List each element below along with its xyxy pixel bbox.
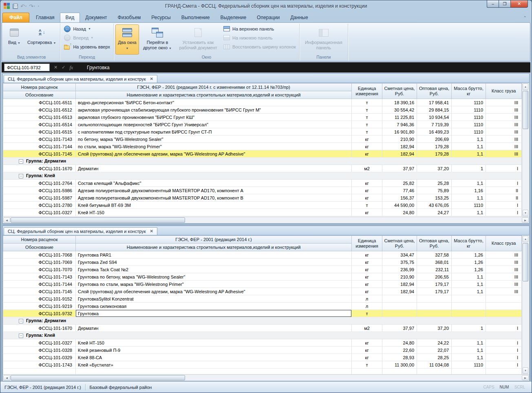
cell-estimate-price[interactable]: 210,90 bbox=[382, 273, 417, 281]
cell-unit[interactable]: т bbox=[352, 121, 382, 128]
cell-mass[interactable] bbox=[452, 310, 486, 317]
col-header-estimate-price[interactable]: Сметная цена, Руб. bbox=[382, 236, 417, 251]
cell-code[interactable]: ФССЦ-101-0329 bbox=[3, 354, 76, 361]
cell-unit[interactable]: т bbox=[352, 361, 382, 369]
cell-code[interactable]: ФССЦ-101-7143 bbox=[3, 136, 76, 143]
col-header-name[interactable]: Наименование и характеристика строительн… bbox=[76, 91, 352, 99]
table-row[interactable]: ФССЦ-101-6513акриловая глубокого проникн… bbox=[3, 114, 522, 121]
cell-wholesale-price[interactable]: 206,55 bbox=[417, 273, 452, 281]
col-header-cargo-class[interactable]: Класс груза bbox=[486, 83, 522, 99]
cell-code[interactable]: ФССЦ-101-7069 bbox=[3, 259, 76, 266]
cell-code[interactable]: ФССЦ-101-7144 bbox=[3, 143, 76, 150]
cell-cargo-class[interactable] bbox=[486, 295, 522, 303]
cell-unit[interactable]: кг bbox=[352, 150, 382, 158]
cell-wholesale-price[interactable]: 206,69 bbox=[417, 136, 452, 143]
cell-wholesale-price[interactable]: 43 676,05 bbox=[417, 202, 452, 209]
two-windows-button[interactable]: Два окна ▼ bbox=[115, 24, 139, 55]
cell-cargo-class[interactable]: III bbox=[486, 251, 522, 259]
cell-name[interactable]: с наполнителями под структурные покрытия… bbox=[76, 128, 352, 136]
redo-icon[interactable]: ↷▾ bbox=[29, 4, 35, 9]
table-row[interactable]: ФССЦ-101-7068Грунтовка PAR1кг334,47327,5… bbox=[3, 251, 522, 259]
col-header-wholesale-price[interactable]: Оптовая цена, Руб. bbox=[417, 236, 452, 251]
cell-estimate-price[interactable] bbox=[382, 369, 417, 375]
table-row[interactable]: ФССЦ-101-0327Клей НТ-150кг24,8024,221,1I bbox=[3, 339, 522, 347]
scroll-thumb[interactable] bbox=[11, 375, 185, 380]
cell-mass[interactable]: 1,1 bbox=[452, 180, 486, 187]
cell-wholesale-price[interactable] bbox=[417, 303, 452, 310]
ribbon-tab-Операции[interactable]: Операции bbox=[252, 13, 285, 22]
cell-estimate-price[interactable]: 11 225,81 bbox=[382, 114, 417, 121]
table-row[interactable]: ФССЦ-101-0327Клей НТ-150кг24,8024,271,1I bbox=[3, 209, 522, 216]
cell-cargo-class[interactable]: I bbox=[486, 165, 522, 172]
cell-code[interactable]: ФССЦ-101-6515 bbox=[3, 128, 76, 136]
document-tab[interactable]: СЦ. Федеральный сборник цен на материалы… bbox=[4, 227, 157, 235]
cell-code[interactable]: ФССЦ-101-6512 bbox=[3, 106, 76, 114]
table-row[interactable] bbox=[3, 369, 522, 375]
col-header-estimate-price[interactable]: Сметная цена, Руб. bbox=[382, 83, 417, 99]
cell-name[interactable]: Клей битумный ВТ-69 ЗМ bbox=[76, 202, 352, 209]
cell-code[interactable] bbox=[3, 369, 76, 375]
table-row[interactable]: ФССЦ-101-1670Дерматинм237,9737,201I bbox=[3, 325, 522, 332]
cell-unit[interactable]: кг bbox=[352, 354, 382, 361]
collapse-icon[interactable]: − bbox=[19, 319, 23, 323]
cell-wholesale-price[interactable]: 75,89 bbox=[417, 187, 452, 194]
cell-estimate-price[interactable]: 334,47 bbox=[382, 251, 417, 259]
cell-code[interactable]: ФССЦ-101-2764 bbox=[3, 180, 76, 187]
cell-name[interactable]: Слой (грунтовка) для обеспечения адгезии… bbox=[76, 288, 352, 295]
cell-wholesale-price[interactable]: 7 719,39 bbox=[417, 121, 452, 128]
cell-wholesale-price[interactable]: 327,58 bbox=[417, 251, 452, 259]
cell-estimate-price[interactable]: 25,82 bbox=[382, 180, 417, 187]
cell-name[interactable]: Грунтовка Zed S94 bbox=[76, 259, 352, 266]
confirm-icon[interactable]: ✓ bbox=[62, 65, 65, 70]
group-row[interactable]: −Группа: Клей bbox=[3, 332, 522, 339]
col-header-wholesale-price[interactable]: Оптовая цена, Руб. bbox=[417, 83, 452, 99]
cell-code[interactable]: ФССЦ-101-1670 bbox=[3, 165, 76, 172]
group-cell[interactable]: −Группа: Клей bbox=[3, 172, 522, 180]
table-row[interactable]: ФССЦ-101-6514сильнопоглощающих поверхнос… bbox=[3, 121, 522, 128]
cell-code[interactable]: ФССЦ-101-2780 bbox=[3, 202, 76, 209]
cell-mass[interactable]: 1,1 bbox=[452, 347, 486, 354]
cell-wholesale-price[interactable]: 29 884,15 bbox=[417, 106, 452, 114]
cell-mass[interactable]: 1,1 bbox=[452, 150, 486, 158]
ribbon-tab-Выделение[interactable]: Выделение bbox=[215, 13, 252, 22]
cell-cargo-class[interactable]: III bbox=[486, 281, 522, 288]
ribbon-tab-Выполнение[interactable]: Выполнение bbox=[176, 13, 215, 22]
cell-code[interactable]: ФССЦ-101-7144 bbox=[3, 281, 76, 288]
cell-unit[interactable]: кг bbox=[352, 194, 382, 202]
info-panel-button[interactable]: Информационная панель bbox=[301, 24, 346, 55]
cell-mass[interactable]: 1110 bbox=[452, 121, 486, 128]
cell-cargo-class[interactable] bbox=[486, 310, 522, 317]
save-icon[interactable] bbox=[13, 4, 18, 9]
table-row[interactable]: ФССЦ-101-7144по стали, марка "WG-Welestr… bbox=[3, 143, 522, 150]
cell-wholesale-price[interactable]: 37,20 bbox=[417, 325, 452, 332]
col-header-justification[interactable]: Обоснование bbox=[3, 244, 76, 251]
cell-mass[interactable] bbox=[452, 369, 486, 375]
cell-code[interactable]: ФССЦ-101-6511 bbox=[3, 99, 76, 106]
maximize-button[interactable]: ❐ bbox=[499, 0, 510, 8]
cell-name[interactable]: Грунтовка по бетону, марка "WG-Welestron… bbox=[76, 273, 352, 281]
cell-name[interactable]: Дерматин bbox=[76, 165, 352, 172]
cell-wholesale-price[interactable]: 179,28 bbox=[417, 150, 452, 158]
cell-unit[interactable]: т bbox=[352, 114, 382, 121]
cell-wholesale-price[interactable]: 28,25 bbox=[417, 354, 452, 361]
cell-code[interactable]: ФССЦ-101-7145 bbox=[3, 150, 76, 158]
cell-unit[interactable]: кг bbox=[352, 266, 382, 273]
cancel-icon[interactable]: ✕ bbox=[54, 65, 57, 70]
cell-unit[interactable]: т bbox=[352, 202, 382, 209]
cell-estimate-price[interactable]: 30 554,42 bbox=[382, 106, 417, 114]
table-row[interactable]: ФССЦ-101-7143Грунтовка по бетону, марка … bbox=[3, 273, 522, 281]
cell-unit[interactable]: л bbox=[352, 303, 382, 310]
cell-estimate-price[interactable]: 182,94 bbox=[382, 288, 417, 295]
cell-wholesale-price[interactable]: 25,28 bbox=[417, 180, 452, 187]
cell-estimate-price[interactable]: 28,93 bbox=[382, 354, 417, 361]
to-bottom-panel-button[interactable]: На нижнюю панель bbox=[221, 33, 298, 42]
cell-name[interactable]: водно-дисперсионная "БИРСС Бетон-контакт… bbox=[76, 99, 352, 106]
ribbon-tab-Данные[interactable]: Данные bbox=[285, 13, 313, 22]
cell-estimate-price[interactable] bbox=[382, 295, 417, 303]
cell-unit[interactable]: кг bbox=[352, 273, 382, 281]
cell-unit[interactable]: кг bbox=[352, 347, 382, 354]
cell-estimate-price[interactable] bbox=[382, 303, 417, 310]
scroll-down-icon[interactable]: ▼ bbox=[523, 367, 528, 374]
table-row[interactable]: ФССЦ-101-1743Клей «Бустилат»т11 300,0011… bbox=[3, 361, 522, 369]
cell-cargo-class[interactable]: I bbox=[486, 354, 522, 361]
